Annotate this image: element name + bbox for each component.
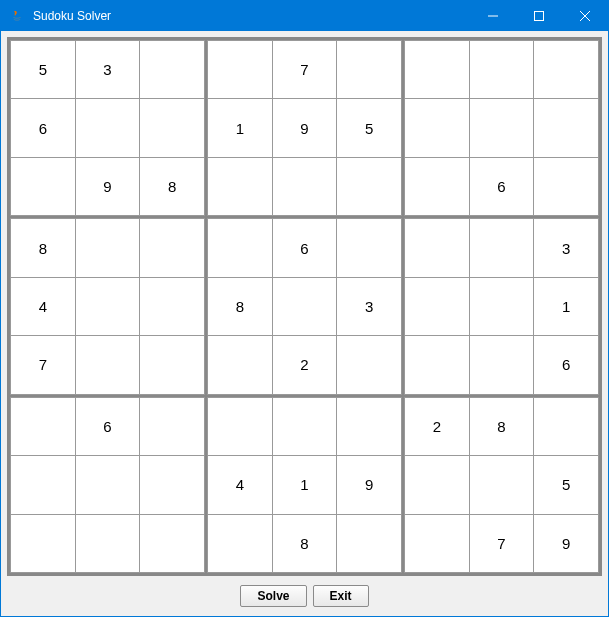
- sudoku-cell[interactable]: [405, 515, 469, 572]
- sudoku-cell[interactable]: [534, 398, 598, 455]
- sudoku-cell[interactable]: [470, 158, 534, 215]
- maximize-button[interactable]: [516, 1, 562, 31]
- sudoku-cell[interactable]: [208, 515, 272, 572]
- sudoku-box: [207, 40, 402, 216]
- sudoku-cell[interactable]: [405, 99, 469, 156]
- sudoku-cell[interactable]: [11, 456, 75, 513]
- sudoku-cell[interactable]: [11, 336, 75, 393]
- sudoku-cell[interactable]: [208, 99, 272, 156]
- app-window: Sudoku Solver Solve Exit: [0, 0, 609, 617]
- sudoku-cell[interactable]: [140, 158, 204, 215]
- sudoku-cell[interactable]: [140, 456, 204, 513]
- sudoku-cell[interactable]: [273, 278, 337, 335]
- sudoku-cell[interactable]: [337, 158, 401, 215]
- java-icon: [9, 8, 25, 24]
- sudoku-cell[interactable]: [405, 41, 469, 98]
- sudoku-cell[interactable]: [140, 219, 204, 276]
- sudoku-cell[interactable]: [405, 158, 469, 215]
- sudoku-cell[interactable]: [470, 515, 534, 572]
- sudoku-cell[interactable]: [140, 99, 204, 156]
- sudoku-cell[interactable]: [140, 515, 204, 572]
- sudoku-cell[interactable]: [273, 515, 337, 572]
- sudoku-cell[interactable]: [534, 158, 598, 215]
- sudoku-cell[interactable]: [470, 219, 534, 276]
- sudoku-cell[interactable]: [470, 456, 534, 513]
- sudoku-cell[interactable]: [405, 278, 469, 335]
- sudoku-cell[interactable]: [208, 158, 272, 215]
- sudoku-cell[interactable]: [208, 398, 272, 455]
- content-area: Solve Exit: [1, 31, 608, 616]
- sudoku-cell[interactable]: [534, 99, 598, 156]
- sudoku-cell[interactable]: [11, 398, 75, 455]
- sudoku-cell[interactable]: [337, 99, 401, 156]
- sudoku-cell[interactable]: [337, 398, 401, 455]
- svg-rect-1: [535, 12, 544, 21]
- sudoku-cell[interactable]: [337, 278, 401, 335]
- sudoku-cell[interactable]: [140, 336, 204, 393]
- sudoku-cell[interactable]: [208, 41, 272, 98]
- sudoku-cell[interactable]: [76, 99, 140, 156]
- sudoku-cell[interactable]: [470, 278, 534, 335]
- sudoku-cell[interactable]: [76, 158, 140, 215]
- sudoku-cell[interactable]: [405, 398, 469, 455]
- sudoku-cell[interactable]: [534, 456, 598, 513]
- window-title: Sudoku Solver: [31, 9, 470, 23]
- sudoku-cell[interactable]: [534, 515, 598, 572]
- sudoku-cell[interactable]: [76, 41, 140, 98]
- sudoku-cell[interactable]: [11, 41, 75, 98]
- sudoku-box: [207, 218, 402, 394]
- sudoku-box: [10, 397, 205, 573]
- sudoku-cell[interactable]: [337, 515, 401, 572]
- sudoku-cell[interactable]: [273, 41, 337, 98]
- solve-button[interactable]: Solve: [240, 585, 306, 607]
- sudoku-cell[interactable]: [534, 41, 598, 98]
- sudoku-cell[interactable]: [76, 336, 140, 393]
- sudoku-cell[interactable]: [273, 456, 337, 513]
- sudoku-cell[interactable]: [208, 219, 272, 276]
- sudoku-box: [207, 397, 402, 573]
- sudoku-cell[interactable]: [405, 219, 469, 276]
- sudoku-cell[interactable]: [273, 336, 337, 393]
- sudoku-cell[interactable]: [273, 158, 337, 215]
- sudoku-cell[interactable]: [273, 398, 337, 455]
- sudoku-cell[interactable]: [273, 99, 337, 156]
- sudoku-cell[interactable]: [337, 219, 401, 276]
- sudoku-cell[interactable]: [470, 41, 534, 98]
- close-button[interactable]: [562, 1, 608, 31]
- sudoku-cell[interactable]: [140, 41, 204, 98]
- sudoku-cell[interactable]: [76, 456, 140, 513]
- sudoku-cell[interactable]: [470, 398, 534, 455]
- minimize-button[interactable]: [470, 1, 516, 31]
- sudoku-cell[interactable]: [208, 456, 272, 513]
- sudoku-cell[interactable]: [405, 456, 469, 513]
- sudoku-cell[interactable]: [337, 456, 401, 513]
- sudoku-cell[interactable]: [273, 219, 337, 276]
- sudoku-box: [10, 218, 205, 394]
- sudoku-cell[interactable]: [11, 158, 75, 215]
- sudoku-cell[interactable]: [208, 278, 272, 335]
- sudoku-cell[interactable]: [337, 41, 401, 98]
- sudoku-cell[interactable]: [534, 336, 598, 393]
- sudoku-cell[interactable]: [470, 336, 534, 393]
- sudoku-cell[interactable]: [140, 278, 204, 335]
- sudoku-cell[interactable]: [11, 219, 75, 276]
- sudoku-cell[interactable]: [208, 336, 272, 393]
- sudoku-cell[interactable]: [11, 99, 75, 156]
- sudoku-cell[interactable]: [140, 398, 204, 455]
- sudoku-cell[interactable]: [470, 99, 534, 156]
- sudoku-box: [404, 40, 599, 216]
- sudoku-cell[interactable]: [76, 515, 140, 572]
- sudoku-board: [7, 37, 602, 576]
- window-controls: [470, 1, 608, 31]
- sudoku-cell[interactable]: [534, 219, 598, 276]
- sudoku-cell[interactable]: [11, 515, 75, 572]
- sudoku-cell[interactable]: [11, 278, 75, 335]
- sudoku-cell[interactable]: [337, 336, 401, 393]
- sudoku-cell[interactable]: [405, 336, 469, 393]
- exit-button[interactable]: Exit: [313, 585, 369, 607]
- sudoku-cell[interactable]: [76, 398, 140, 455]
- sudoku-cell[interactable]: [76, 278, 140, 335]
- sudoku-cell[interactable]: [534, 278, 598, 335]
- sudoku-cell[interactable]: [76, 219, 140, 276]
- button-row: Solve Exit: [7, 576, 602, 610]
